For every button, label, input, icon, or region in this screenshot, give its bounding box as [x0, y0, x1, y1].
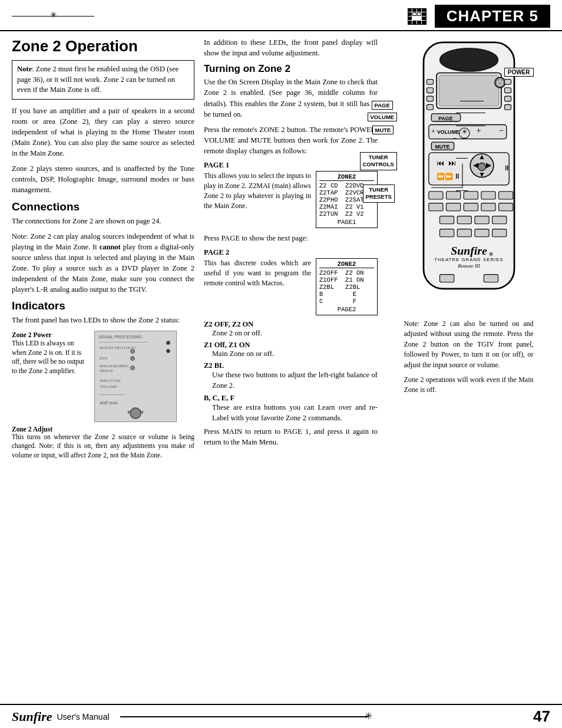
page2-desc: This has discrete codes which are useful… — [204, 258, 311, 288]
header-left: ✳ — [12, 11, 94, 22]
svg-text:✳: ✳ — [461, 128, 467, 135]
press-main-text: Press MAIN to return to PAGE 1, and pres… — [204, 426, 378, 447]
page2-section: PAGE 2 This has discrete codes which are… — [204, 248, 378, 315]
svg-text:⏮: ⏮ — [437, 159, 444, 167]
svg-rect-6 — [427, 80, 433, 85]
svg-text:+: + — [476, 125, 481, 135]
z2-bl-desc: Use these two buttons to adjust the left… — [204, 370, 378, 391]
z2-off-on: Z2 OFF, Z2 ON Zone 2 on or off. — [204, 320, 378, 338]
z1-off-on-label: Z1 Off, Z1 ON — [204, 341, 378, 350]
z2-off-on-label: Z2 OFF, Z2 ON — [204, 320, 378, 329]
right-column: POWER ⏻ — [387, 37, 550, 463]
footer-left: Sunfire User's Manual ✳ — [12, 709, 373, 724]
connections-text2: Note: Zone 2 can play analog sources ind… — [12, 231, 194, 295]
page1-desc: This allows you to select the inputs to … — [204, 171, 311, 210]
footer-line: ✳ — [120, 716, 368, 717]
footer-brand: Sunfire — [12, 709, 52, 724]
z1-off-on-desc: Main Zone on or off. — [204, 350, 378, 358]
page2-display: ZONE2 Z2OFF Z2 ON Z1OFF Z1 ON Z2BL Z2BL … — [316, 258, 378, 315]
svg-text:⏩: ⏩ — [445, 172, 453, 180]
indicators-heading: Indicators — [12, 299, 194, 312]
svg-text:−: − — [452, 134, 456, 141]
zone2-adjust-section: Zone 2 Adjust This turns on whenever the… — [12, 426, 194, 460]
svg-rect-57 — [474, 229, 488, 237]
svg-rect-54 — [492, 216, 506, 224]
connections-note: Note: Zone 2 can play analog sources ind… — [12, 232, 194, 294]
zone2-power-title: Zone 2 Power — [12, 331, 88, 340]
svg-text:⏪: ⏪ — [437, 172, 445, 180]
note-text: : Zone 2 must first be enabled using the… — [17, 65, 178, 94]
svg-text:Remote III: Remote III — [457, 263, 480, 269]
svg-text:⏭: ⏭ — [448, 159, 455, 167]
svg-rect-12 — [504, 96, 511, 101]
footer-subtitle-text: User's Manual — [57, 712, 109, 722]
svg-text:PAGE: PAGE — [438, 116, 452, 121]
svg-rect-42 — [446, 192, 460, 199]
page-header: ✳ CHAPTER 5 — [0, 0, 562, 31]
page-callout: PAGE — [372, 101, 393, 110]
turning-on-text1: Use the On Screen Display in the Main Zo… — [204, 77, 378, 120]
svg-rect-45 — [498, 192, 513, 199]
front-panel-section: Zone 2 Power This LED is always on when … — [12, 331, 194, 422]
svg-text:THEATRE GRAND SERIES: THEATRE GRAND SERIES — [434, 257, 504, 262]
svg-point-34 — [478, 163, 485, 170]
note-label: Note — [17, 65, 32, 73]
svg-rect-43 — [464, 192, 478, 199]
svg-text:◀: ◀ — [472, 161, 478, 169]
svg-text:✳: ✳ — [488, 251, 494, 258]
svg-text:−: − — [498, 126, 504, 136]
z2-off-on-desc: Zone 2 on or off. — [204, 329, 378, 338]
connections-text1: The connections for Zone 2 are shown on … — [12, 216, 194, 226]
page1-section: PAGE 1 This allows you to select the inp… — [204, 161, 378, 228]
body-para-2: Zone 2 plays stereo sources, and is unaf… — [12, 163, 194, 195]
page-title: Zone 2 Operation — [12, 37, 194, 55]
footer-subtitle: User's Manual — [57, 712, 109, 722]
page-number: 47 — [533, 707, 550, 726]
main-content: Zone 2 Operation Note: Zone 2 must first… — [0, 37, 562, 463]
z2-bl: Z2 BL Use these two buttons to adjust th… — [204, 361, 378, 391]
remote-svg: ⏻ PAGE VOLUME + ✳ + − — [404, 37, 534, 309]
connections-heading: Connections — [12, 200, 194, 213]
svg-text:Sunfire: Sunfire — [451, 244, 487, 257]
header-decoration: ✳ — [12, 11, 94, 22]
turning-on-text2: Press the remote's ZONE 2 button. The re… — [204, 124, 378, 156]
svg-rect-56 — [457, 229, 471, 237]
page1-label: PAGE 1 — [204, 161, 378, 170]
svg-text:▲: ▲ — [478, 153, 485, 161]
middle-column: In addition to these LEDs, the front pan… — [204, 37, 378, 463]
tuner-presets-callout: TUNERPRESETS — [363, 185, 395, 203]
footer-asterisk: ✳ — [365, 710, 372, 722]
chapter-label: CHAPTER 5 — [435, 5, 550, 28]
remote-control: POWER ⏻ — [404, 37, 534, 312]
volume-callout: VOLUME — [368, 113, 398, 121]
svg-text:⏻: ⏻ — [497, 79, 503, 86]
indicators-text: The front panel has two LEDs to show the… — [12, 315, 194, 325]
svg-rect-26 — [428, 153, 508, 185]
turning-on-heading: Turning on Zone 2 — [204, 63, 378, 75]
svg-rect-51 — [439, 216, 454, 224]
svg-rect-47 — [446, 203, 460, 211]
right-final-text: Zone 2 operations will work even if the … — [404, 375, 534, 396]
power-badge: POWER — [504, 68, 534, 77]
bcef-label: B, C, E, F — [204, 394, 378, 403]
svg-text:+: + — [431, 127, 435, 136]
svg-point-1 — [439, 48, 498, 72]
bcef: B, C, E, F These are extra buttons you c… — [204, 394, 378, 423]
svg-rect-9 — [427, 104, 433, 110]
right-note-text: Note: Zone 2 can also be turned on and a… — [404, 319, 534, 370]
zone2-power-desc: This LED is always on when Zone 2 is on.… — [12, 339, 88, 375]
led-text: In addition to these LEDs, the front pan… — [204, 37, 378, 58]
svg-rect-52 — [457, 216, 471, 224]
svg-rect-63 — [484, 275, 498, 282]
svg-rect-44 — [481, 192, 495, 199]
z2-bl-label: Z2 BL — [204, 361, 378, 370]
svg-rect-62 — [439, 275, 454, 282]
svg-text:▶: ▶ — [485, 161, 491, 169]
page-footer: Sunfire User's Manual ✳ 47 — [0, 704, 562, 728]
svg-rect-13 — [504, 104, 511, 110]
page2-label: PAGE 2 — [204, 248, 378, 257]
svg-rect-58 — [492, 229, 506, 237]
svg-rect-10 — [504, 80, 511, 85]
left-column: Zone 2 Operation Note: Zone 2 must first… — [12, 37, 194, 463]
mute-callout: MUTE — [372, 126, 394, 134]
